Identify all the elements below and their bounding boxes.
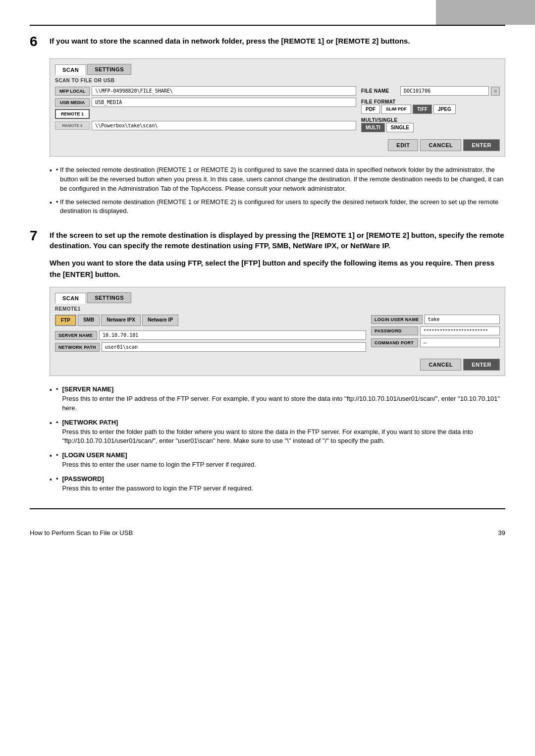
password-label[interactable]: PASSWORD (371, 326, 418, 335)
bullet-dot-server: • (56, 385, 58, 394)
multi-btn[interactable]: MULTI (361, 123, 385, 132)
tab-settings-2[interactable]: SETTINGS (87, 292, 131, 303)
bullet-text-password: Press this to enter the password to logi… (62, 485, 253, 492)
ftp-btn-netwareip[interactable]: Netware IP (142, 315, 178, 326)
dest-row-remote2: REMOTE 2 \\Powerbox\take\scan\ (55, 121, 356, 130)
dest-row-mfplocal: MFP LOCAL \\MFP-04998820\FILE_SHARE\ (55, 86, 356, 96)
step6-header: 6 If you want to store the scanned data … (30, 36, 505, 50)
tab-scan-2[interactable]: SCAN (55, 293, 86, 304)
footer-right: 39 (498, 529, 505, 537)
bullet-header-server: [SERVER NAME] (62, 385, 113, 393)
page-container: 6 If you want to store the scanned data … (0, 0, 535, 566)
format-btn-jpeg[interactable]: JPEG (433, 105, 456, 114)
file-name-label: FILE NAME (361, 88, 398, 94)
command-port-value: – (420, 338, 500, 347)
login-user-row: LOGIN USER NAME take (371, 315, 500, 324)
bullet-text-networkpath: Press this to enter the folder path to t… (62, 428, 473, 445)
cancel-button-2[interactable]: CANCEL (420, 359, 461, 371)
bullet-content-server: [SERVER NAME] Press this to enter the IP… (62, 385, 505, 413)
bullet-item-server: • [SERVER NAME] Press this to enter the … (50, 385, 505, 413)
ftp-type-row: FTP SMB Netware IPX Netware IP (55, 315, 366, 326)
panel1-actions: EDIT CANCEL ENTER (55, 136, 500, 151)
bullet-text-1: If the selected remote destination (REMO… (60, 165, 505, 194)
ftp-btn-ftp[interactable]: FTP (55, 315, 76, 326)
bullet-content-loginuser: [LOGIN USER NAME] Press this to enter th… (62, 451, 256, 470)
step7-text2: When you want to store the data using FT… (50, 258, 505, 280)
dest-value-remote2: \\Powerbox\take\scan\ (92, 121, 356, 130)
password-value: ************************ (420, 326, 500, 335)
bullet-dot-loginuser: • (56, 451, 58, 460)
command-port-row: COMMAND PORT – (371, 338, 500, 347)
bullet-item-loginuser: • [LOGIN USER NAME] Press this to enter … (50, 451, 505, 470)
page-footer: How to Perform Scan to File or USB 39 (30, 524, 505, 537)
password-row: PASSWORD ************************ (371, 326, 500, 335)
panel2-actions: CANCEL ENTER (55, 356, 500, 371)
bullet-marker-1: • (56, 165, 60, 175)
panel1-left: MFP LOCAL \\MFP-04998820\FILE_SHARE\ USB… (55, 86, 356, 132)
bullet-text-2: If the selected remote destination (REMO… (60, 198, 505, 216)
dest-row-remote1: REMOTE 1 (55, 109, 356, 119)
step6-text: If you want to store the scanned data in… (50, 36, 410, 46)
panel1-tabs: SCAN SETTINGS (55, 64, 500, 75)
step7-number: 7 (30, 228, 50, 244)
format-btn-tiff[interactable]: TIFF (413, 105, 432, 114)
scan-panel-1: SCAN SETTINGS SCAN TO FILE OR USB MFP LO… (50, 58, 505, 157)
dest-value-mfplocal: \\MFP-04998820\FILE_SHARE\ (92, 86, 356, 96)
dest-row-usbmedia: USB MEDIA USB_MEDIA (55, 98, 356, 107)
bullet-dot-password: • (56, 475, 58, 484)
format-btn-pdf[interactable]: PDF (361, 105, 380, 114)
bullet-item-1: • If the selected remote destination (RE… (50, 165, 505, 194)
dest-btn-remote2[interactable]: REMOTE 2 (55, 121, 90, 130)
tab-scan-1[interactable]: SCAN (55, 64, 86, 75)
network-path-label[interactable]: NETWORK PATH (55, 343, 100, 352)
step7-text1: If the screen to set up the remote desti… (50, 230, 505, 251)
panel2-tabs: SCAN SETTINGS (55, 292, 500, 303)
multi-single-label: MULTI/SINGLE (361, 117, 500, 123)
dest-value-usbmedia: USB_MEDIA (92, 98, 356, 107)
bullet-content-password: [PASSWORD] Press this to enter the passw… (62, 475, 253, 493)
single-btn[interactable]: SINGLE (386, 123, 414, 132)
file-name-value: DOC101706 (400, 86, 489, 96)
bullet-list-2: • [SERVER NAME] Press this to enter the … (50, 385, 505, 493)
tab-settings-1[interactable]: SETTINGS (87, 64, 131, 75)
bullet-header-password: [PASSWORD] (62, 475, 104, 483)
step7-header: 7 If the screen to set up the remote des… (30, 230, 505, 251)
ftp-panel: SCAN SETTINGS REMOTE1 FTP SMB Netware IP… (50, 287, 505, 376)
cancel-button-1[interactable]: CANCEL (420, 139, 461, 151)
file-name-icon[interactable]: ○ (491, 87, 500, 96)
bullet-dot-networkpath: • (56, 418, 58, 428)
multi-single-section: MULTI/SINGLE MULTI SINGLE (361, 116, 500, 132)
bullet-text-server: Press this to enter the IP address of th… (62, 395, 500, 412)
ftp-btn-smb[interactable]: SMB (78, 315, 100, 326)
enter-button-2[interactable]: ENTER (463, 359, 500, 371)
bullet-item-networkpath: • [NETWORK PATH] Press this to enter the… (50, 418, 505, 446)
edit-button[interactable]: EDIT (388, 139, 418, 151)
file-format-label: FILE FORMAT (361, 99, 500, 105)
top-rule (30, 25, 505, 26)
panel1-body: MFP LOCAL \\MFP-04998820\FILE_SHARE\ USB… (55, 86, 500, 132)
server-name-label[interactable]: SERVER NAME (55, 331, 97, 340)
footer-left: How to Perform Scan to File or USB (30, 529, 133, 537)
network-path-value: user01\scan (102, 342, 366, 352)
file-name-row: FILE NAME DOC101706 ○ (361, 86, 500, 96)
login-user-label[interactable]: LOGIN USER NAME (371, 315, 423, 324)
dest-btn-usbmedia[interactable]: USB MEDIA (55, 98, 90, 107)
file-format-section: FILE FORMAT PDF SLIM PDF TIFF JPEG (361, 98, 500, 114)
format-btn-slimpdf[interactable]: SLIM PDF (381, 105, 411, 114)
panel2-remote-label: REMOTE1 (55, 306, 500, 312)
dest-btn-remote1[interactable]: REMOTE 1 (55, 109, 90, 119)
network-path-row: NETWORK PATH user01\scan (55, 342, 366, 352)
dest-btn-mfplocal[interactable]: MFP LOCAL (55, 87, 90, 96)
bottom-rule (30, 508, 505, 509)
format-buttons: PDF SLIM PDF TIFF JPEG (361, 105, 500, 114)
ftp-btn-netwareipx[interactable]: Netware IPX (101, 315, 141, 326)
login-user-value: take (425, 315, 500, 324)
server-name-row: SERVER NAME 10.10.70.101 (55, 330, 366, 340)
panel1-right: FILE NAME DOC101706 ○ FILE FORMAT PDF SL… (361, 86, 500, 132)
bullet-list-1: • If the selected remote destination (RE… (50, 165, 505, 216)
command-port-label[interactable]: COMMAND PORT (371, 338, 418, 347)
step6-number: 6 (30, 34, 50, 50)
server-name-value: 10.10.70.101 (99, 330, 366, 340)
enter-button-1[interactable]: ENTER (463, 139, 500, 151)
bullet-item-2: • If the selected remote destination (RE… (50, 198, 505, 216)
